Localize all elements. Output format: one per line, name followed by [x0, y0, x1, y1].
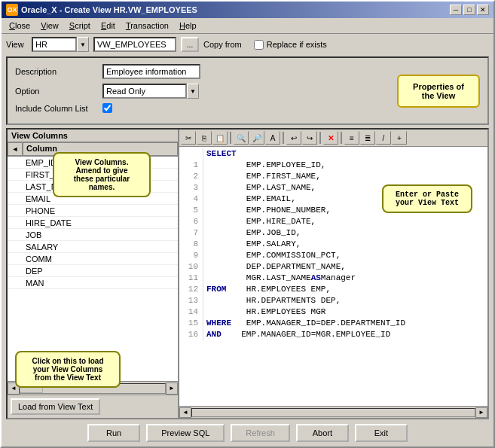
sql-line: 10 DEP.DEPARTMENT_NAME, — [182, 261, 484, 273]
description-label: Description — [15, 67, 98, 76]
menu-transaction[interactable]: Transaction — [121, 20, 173, 32]
paste-button[interactable]: 📋 — [212, 131, 228, 145]
schema-arrow[interactable]: ▼ — [77, 37, 89, 52]
column-item[interactable]: MAN — [8, 277, 178, 289]
comment-button[interactable]: / — [376, 131, 391, 145]
sql-toolbar: ✂ ⎘ 📋 🔍 🔎 A ↩ ↪ ✕ ≡ ≣ / + — [179, 130, 487, 147]
sql-from: FROM — [206, 284, 226, 295]
line-num: 14 — [182, 306, 203, 318]
sql-line: 6 EMP.HIRE_DATE, — [182, 216, 484, 227]
include-column-row: Include Column List — [15, 103, 390, 113]
sql-scroll-right[interactable]: ► — [475, 407, 487, 418]
column-item[interactable]: COMM — [8, 253, 178, 265]
replace-area: Replace if exists — [254, 40, 327, 50]
sql-content: MGR.LAST_NAME — [206, 273, 311, 284]
column-item[interactable]: DEP — [8, 265, 178, 277]
sql-scroll-left[interactable]: ◄ — [179, 407, 191, 418]
tooltip-view-columns: View Columns.Amend to givethese particul… — [53, 152, 151, 197]
sql-panel: ✂ ⎘ 📋 🔍 🔎 A ↩ ↪ ✕ ≡ ≣ / + — [179, 130, 487, 418]
sql-line: 13 HR.DEPARTMENTS DEP, — [182, 295, 484, 306]
close-button[interactable]: ✕ — [477, 5, 489, 15]
sql-hscroll-track[interactable] — [191, 408, 475, 417]
maximize-button[interactable]: □ — [463, 5, 475, 15]
sql-line: 16 AND EMP.MANAGER_ID=MGR.EMPLOYEE_ID — [182, 329, 484, 340]
outdent-button[interactable]: ≣ — [360, 131, 375, 145]
menu-help[interactable]: Help — [175, 20, 201, 32]
bottom-bar: Run Preview SQL Refresh Abort Exit — [6, 419, 489, 443]
column-item[interactable]: HIRE_DATE — [8, 217, 178, 229]
sql-line: 8 EMP.SALARY, — [182, 239, 484, 250]
sql-hscroll[interactable]: ◄ ► — [179, 406, 487, 418]
sep3 — [319, 132, 321, 144]
menu-bar: Close View Script Edit Transaction Help — [2, 18, 493, 34]
abort-button[interactable]: Abort — [296, 424, 349, 442]
column-item[interactable]: PHONE — [8, 205, 178, 217]
menu-script[interactable]: Script — [65, 20, 95, 32]
line-num: 9 — [182, 250, 203, 261]
sql-editor[interactable]: SELECT 1 EMP.EMPLOYEE_ID, 2 EMP.FIRST_NA… — [179, 147, 487, 406]
sql-content: HR.EMPLOYEES MGR — [206, 306, 325, 318]
sql-line: 15 WHERE EMP.MANAGER_ID=DEP.DEPARTMENT_I… — [182, 318, 484, 329]
option-input[interactable] — [102, 84, 187, 99]
sql-line: 1 EMP.EMPLOYEE_ID, — [182, 160, 484, 171]
include-column-checkbox[interactable] — [102, 103, 112, 113]
line-num: 16 — [182, 329, 203, 340]
option-label: Option — [15, 87, 98, 96]
dots-button[interactable]: ... — [181, 37, 199, 52]
run-button[interactable]: Run — [87, 424, 140, 442]
sql-content: DEP.DEPARTMENT_NAME, — [206, 261, 346, 273]
schema-combo[interactable]: ▼ — [32, 37, 89, 52]
indent-button[interactable]: ≡ — [344, 131, 359, 145]
sql-line: 9 EMP.COMMISSION_PCT, — [182, 250, 484, 261]
sql-content: EMP.LAST_NAME, — [206, 182, 316, 194]
col-nav-btn[interactable]: ◄ — [8, 142, 23, 156]
properties-box-text: Properties of the View — [413, 82, 464, 100]
sql-content: EMP.COMMISSION_PCT, — [206, 250, 341, 261]
find2-button[interactable]: 🔎 — [249, 131, 264, 145]
sql-content: EMP.EMAIL, — [206, 194, 296, 205]
format-button[interactable]: A — [265, 131, 280, 145]
window-frame: OX Oracle_X - Create View HR.VW_EMPLOYEE… — [0, 0, 495, 448]
add-button[interactable]: + — [392, 131, 407, 145]
sql-content: HR.DEPARTMENTS DEP, — [206, 295, 341, 306]
tooltip-load: Click on this to loadyour View Columnsfr… — [15, 351, 121, 388]
description-input[interactable] — [102, 64, 200, 79]
sql-line: 7 EMP.JOB_ID, — [182, 227, 484, 239]
option-combo[interactable]: ▼ — [102, 84, 199, 99]
line-num: 6 — [182, 216, 203, 227]
delete-button[interactable]: ✕ — [323, 131, 338, 145]
sql-content: EMP.JOB_ID, — [206, 227, 301, 239]
replace-checkbox[interactable] — [254, 40, 264, 50]
cut-button[interactable]: ✂ — [181, 131, 196, 145]
scroll-right-btn[interactable]: ► — [166, 382, 178, 395]
menu-close[interactable]: Close — [5, 20, 35, 32]
undo-button[interactable]: ↩ — [286, 131, 301, 145]
refresh-button[interactable]: Refresh — [231, 424, 290, 442]
replace-label: Replace if exists — [267, 40, 327, 49]
load-from-view-text-button[interactable]: Load from View Text — [11, 398, 100, 415]
copy-button[interactable]: ⎘ — [197, 131, 212, 145]
preview-sql-button[interactable]: Preview SQL — [146, 424, 225, 442]
schema-input[interactable] — [32, 37, 77, 52]
menu-view[interactable]: View — [36, 20, 63, 32]
load-btn-area: Load from View Text — [8, 395, 178, 418]
view-name-input[interactable] — [93, 37, 176, 52]
menu-edit[interactable]: Edit — [96, 20, 120, 32]
column-item[interactable]: JOB — [8, 229, 178, 241]
sql-content: EMP.PHONE_NUMBER, — [206, 205, 331, 216]
column-item[interactable]: SALARY — [8, 241, 178, 253]
minimize-button[interactable]: ─ — [450, 5, 462, 15]
redo-button[interactable]: ↪ — [302, 131, 317, 145]
props-right: Properties of the View — [397, 64, 480, 117]
line-num: 5 — [182, 205, 203, 216]
line-num: 13 — [182, 295, 203, 306]
sql-line: 14 HR.EMPLOYEES MGR — [182, 306, 484, 318]
find-button[interactable]: 🔍 — [234, 131, 249, 145]
option-arrow[interactable]: ▼ — [187, 84, 199, 99]
sql-content: EMP.MANAGER_ID=DEP.DEPARTMENT_ID — [231, 318, 405, 329]
title-bar: OX Oracle_X - Create View HR.VW_EMPLOYEE… — [2, 2, 493, 18]
properties-section: Description Option ▼ Include Column List — [6, 56, 489, 125]
tooltip-enter-paste: Enter or Pasteyour View Text — [382, 184, 472, 213]
sql-select: SELECT — [206, 148, 237, 160]
exit-button[interactable]: Exit — [355, 424, 408, 442]
